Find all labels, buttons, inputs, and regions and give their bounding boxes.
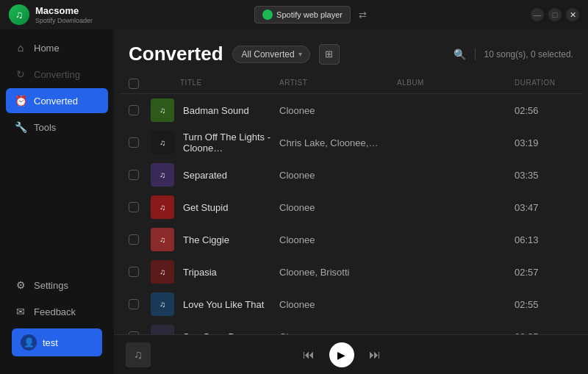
row-checkbox[interactable]	[129, 202, 139, 212]
sidebar-nav: ⌂ Home ↻ Converting ⏰ Converted 🔧 Tools	[0, 35, 114, 267]
sidebar-item-tools[interactable]: 🔧 Tools	[6, 115, 108, 140]
user-profile[interactable]: 👤 test	[12, 328, 102, 356]
sidebar: ⌂ Home ↻ Converting ⏰ Converted 🔧 Tools …	[0, 29, 114, 374]
table-row[interactable]: ♫ Tripasia Cloonee, Brisotti 02:57	[120, 256, 582, 288]
home-icon: ⌂	[15, 42, 26, 54]
sidebar-item-tools-label: Tools	[34, 122, 56, 133]
row-duration: 03:35	[514, 170, 573, 181]
row-artist: Chris Lake, Cloonee,…	[279, 137, 397, 148]
table-row[interactable]: ♫ Badman Sound Cloonee 02:56	[120, 94, 582, 126]
row-title: Separated	[180, 170, 279, 181]
content-area: Converted All Converted ▾ ⊞ 🔍 10 song(s)…	[114, 29, 588, 374]
player-album-art: ♫	[126, 342, 151, 367]
spotify-web-player-button[interactable]: Spotify web player	[254, 6, 351, 24]
user-name: test	[43, 337, 58, 348]
row-artist: Cloonee	[279, 170, 397, 181]
content-title-area: Converted All Converted ▾ ⊞	[129, 43, 340, 65]
app-name-block: Macsome Spotify Downloader	[35, 5, 93, 24]
avatar-icon: 👤	[24, 337, 35, 348]
app-name: Macsome	[35, 5, 93, 17]
refresh-icon[interactable]: ⇄	[356, 7, 369, 23]
table-row[interactable]: ♫ Turn Off The Lights - Cloone… Chris La…	[120, 126, 582, 159]
row-title: The Ciggie	[180, 234, 279, 245]
table-row[interactable]: ♫ Separated Cloonee 03:35	[120, 159, 582, 191]
sidebar-item-settings[interactable]: ⚙ Settings	[6, 273, 108, 298]
grid-icon: ⊞	[325, 48, 333, 60]
row-checkbox-cell	[129, 105, 151, 115]
row-checkbox[interactable]	[129, 234, 139, 245]
row-thumbnail: ♫	[151, 228, 174, 251]
settings-icon: ⚙	[15, 279, 26, 291]
row-checkbox-cell	[129, 170, 151, 180]
titlebar: ♫ Macsome Spotify Downloader Spotify web…	[0, 0, 588, 29]
sidebar-item-feedback[interactable]: ✉ Feedback	[6, 299, 108, 324]
row-thumbnail: ♫	[151, 163, 174, 187]
player-left: ♫	[126, 342, 151, 367]
row-checkbox[interactable]	[129, 299, 139, 309]
row-title: Badman Sound	[180, 105, 279, 116]
row-artist: Cloonee	[279, 202, 397, 213]
header-checkbox-col	[129, 79, 151, 89]
row-duration: 06:13	[514, 234, 573, 245]
search-icon[interactable]: 🔍	[453, 48, 466, 60]
window-controls: — □ ✕	[531, 8, 579, 21]
sidebar-item-converted[interactable]: ⏰ Converted	[6, 88, 108, 113]
maximize-button[interactable]: □	[548, 8, 562, 21]
avatar: 👤	[21, 334, 37, 350]
row-checkbox-cell	[129, 137, 151, 148]
sidebar-item-converted-label: Converted	[34, 96, 78, 107]
select-all-checkbox[interactable]	[129, 79, 139, 89]
sidebar-bottom: ⚙ Settings ✉ Feedback 👤 test	[0, 267, 114, 368]
next-button[interactable]: ⏭	[366, 345, 384, 364]
row-thumbnail: ♫	[151, 325, 174, 334]
row-artist: Cloonee, Brisotti	[279, 267, 397, 278]
row-checkbox[interactable]	[129, 170, 139, 180]
songs-count: 10 song(s), 0 selected.	[484, 49, 573, 60]
row-checkbox[interactable]	[129, 267, 139, 277]
grid-view-button[interactable]: ⊞	[319, 44, 340, 65]
sidebar-item-converting-label: Converting	[34, 69, 80, 80]
content-actions: 🔍 10 song(s), 0 selected.	[453, 48, 573, 60]
table-row[interactable]: ♫ Love You Like That Cloonee 02:55	[120, 288, 582, 320]
prev-button[interactable]: ⏮	[300, 345, 318, 364]
sidebar-item-converting: ↻ Converting	[6, 62, 108, 87]
page-title: Converted	[129, 43, 223, 65]
songs-table-container: TITLE ARTIST ALBUM DURATION ♫ Badman Sou…	[114, 74, 588, 334]
header-thumb-col	[151, 79, 180, 89]
row-checkbox-cell	[129, 267, 151, 277]
row-thumbnail: ♫	[151, 292, 174, 316]
row-title: Love You Like That	[180, 299, 279, 310]
table-header: TITLE ARTIST ALBUM DURATION	[120, 74, 582, 94]
app-subtitle: Spotify Downloader	[35, 17, 93, 24]
table-row[interactable]: ♫ The Ciggie Cloonee 06:13	[120, 223, 582, 256]
titlebar-center: Spotify web player ⇄	[254, 6, 369, 24]
music-note-icon: ♫	[134, 348, 143, 362]
header-duration: DURATION	[514, 79, 573, 89]
table-row[interactable]: ♫ Get Stupid Cloonee 03:47	[120, 191, 582, 223]
row-checkbox[interactable]	[129, 137, 139, 148]
row-artist: Cloonee	[279, 234, 397, 245]
row-checkbox-cell	[129, 202, 151, 212]
table-body: ♫ Badman Sound Cloonee 02:56 ♫ Turn Off …	[120, 94, 582, 334]
minimize-button[interactable]: —	[531, 8, 544, 21]
play-button[interactable]: ▶	[329, 342, 354, 367]
sidebar-item-home[interactable]: ⌂ Home	[6, 35, 108, 60]
header-title: TITLE	[180, 79, 279, 89]
table-row[interactable]: ♫ Sun Goes Down Cloonee 02:35	[120, 320, 582, 334]
row-checkbox[interactable]	[129, 105, 139, 115]
sidebar-item-feedback-label: Feedback	[34, 306, 76, 317]
app-logo-area: ♫ Macsome Spotify Downloader	[9, 4, 93, 25]
filter-dropdown[interactable]: All Converted ▾	[232, 46, 310, 63]
converted-icon: ⏰	[15, 95, 26, 107]
feedback-icon: ✉	[15, 306, 26, 317]
close-button[interactable]: ✕	[566, 8, 579, 21]
filter-label: All Converted	[242, 49, 295, 60]
app-logo: ♫	[9, 4, 29, 25]
converting-icon: ↻	[15, 68, 26, 80]
row-title: Turn Off The Lights - Cloone…	[180, 132, 279, 154]
row-thumbnail: ♫	[151, 98, 174, 122]
main-layout: ⌂ Home ↻ Converting ⏰ Converted 🔧 Tools …	[0, 29, 588, 374]
content-header: Converted All Converted ▾ ⊞ 🔍 10 song(s)…	[114, 29, 588, 74]
tools-icon: 🔧	[15, 121, 26, 133]
row-thumbnail: ♫	[151, 260, 174, 284]
